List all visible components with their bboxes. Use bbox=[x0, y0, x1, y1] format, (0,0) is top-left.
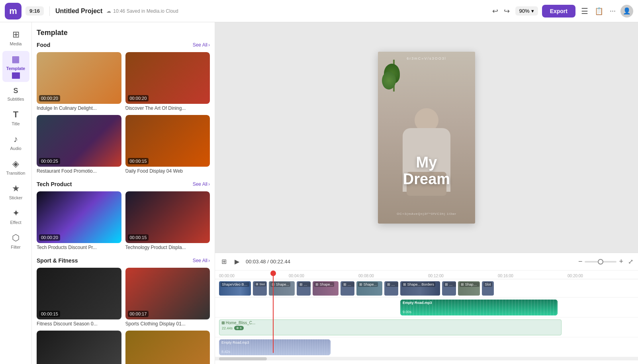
video-clip-9[interactable]: ⊞ Slot bbox=[442, 281, 456, 296]
sidebar-label-audio: Audio bbox=[10, 146, 21, 151]
card-duration: 00:00:17 bbox=[128, 311, 149, 317]
sidebar-item-media[interactable]: ⊞ Media bbox=[2, 26, 29, 49]
home-bliss-track: ⊞ Home_Bliss_C... 22.44s ⊕ 6 bbox=[215, 317, 638, 337]
video-track-row: ShapeVdeo Bord... ⊞ Slot ⊞ Shape... bbox=[215, 279, 638, 298]
sidebar-item-transition[interactable]: ◈ Transition bbox=[2, 156, 29, 179]
video-clip-4[interactable]: ⊞ Shape... bbox=[313, 281, 339, 296]
sidebar-label-template: Template bbox=[6, 66, 25, 71]
template-card-sport-1[interactable]: 00:00:17 Sports Clothing Display 01... bbox=[125, 268, 210, 327]
sidebar-item-filter[interactable]: ⬡ Filter bbox=[2, 230, 29, 253]
card-label: Indulge In Culinary Delight... bbox=[37, 105, 121, 111]
more-options-button[interactable]: ··· bbox=[608, 5, 617, 17]
timeline-layers-button[interactable]: ⊞ bbox=[220, 256, 228, 267]
card-thumb: 00:00:17 bbox=[125, 268, 210, 319]
ruler-mark-2: 00:08:00 bbox=[358, 274, 374, 278]
sidebar-item-effect[interactable]: ✦ Effect bbox=[2, 205, 29, 228]
zoom-slider[interactable] bbox=[585, 261, 616, 263]
tech-section-header: Tech Product See All › bbox=[37, 181, 210, 187]
sport-see-all[interactable]: See All › bbox=[193, 258, 210, 263]
aspect-ratio-badge[interactable]: 9:16 bbox=[25, 6, 44, 16]
sidebar-label-effect: Effect bbox=[10, 220, 22, 225]
template-card-food-0[interactable]: 00:00:20 Indulge In Culinary Delight... bbox=[37, 52, 121, 111]
title-icon: T bbox=[13, 109, 18, 120]
zoom-controls: − + bbox=[578, 257, 623, 266]
timeline-scrollbar[interactable] bbox=[215, 357, 638, 360]
sidebar-item-audio[interactable]: ♪ Audio bbox=[2, 131, 29, 154]
video-clip-3[interactable]: ⊞ Slot bbox=[297, 281, 311, 296]
sidebar-item-template[interactable]: ▦ Template bbox=[2, 51, 29, 82]
chevron-right-icon: › bbox=[208, 258, 210, 263]
video-clip-5[interactable]: ⊞ Slot bbox=[341, 281, 354, 296]
redo-button[interactable]: ↪ bbox=[502, 5, 511, 17]
food-section-header: Food See All › bbox=[37, 42, 210, 48]
clip-label: ⊞ Slot bbox=[444, 282, 456, 287]
video-clip-7[interactable]: ⊞ Slot bbox=[384, 281, 398, 296]
list-view-button[interactable]: ☰ bbox=[579, 5, 590, 18]
clip-label: ⊞ Slot bbox=[254, 282, 266, 286]
sidebar-item-title[interactable]: T Title bbox=[2, 106, 29, 129]
sidebar-label-media: Media bbox=[10, 41, 22, 46]
left-navigation: ⊞ Media ▦ Template S Subtitles T Title ♪… bbox=[0, 22, 32, 364]
ruler-mark-5: 00:20:00 bbox=[568, 274, 583, 278]
play-button[interactable]: ▶ bbox=[233, 256, 241, 267]
preview-area: 6r3mC=V/s3OO3l My Dream OC<3(mAveQn)3f"*… bbox=[215, 22, 638, 253]
scrollbar-thumb[interactable] bbox=[219, 357, 267, 360]
undo-redo-controls: ↩ ↪ bbox=[491, 5, 511, 17]
card-duration: 00:00:20 bbox=[128, 95, 149, 101]
clip-label: ShapeVdeo Bord... bbox=[221, 282, 249, 287]
project-title[interactable]: Untitled Project bbox=[55, 8, 102, 15]
zoom-slider-thumb[interactable] bbox=[598, 259, 603, 265]
media-icon: ⊞ bbox=[12, 29, 20, 40]
sport-section-header: Sport & Fitness See All › bbox=[37, 257, 210, 264]
sidebar-item-sticker[interactable]: ★ Sticker bbox=[2, 180, 29, 203]
video-clip-1[interactable]: ⊞ Slot bbox=[253, 281, 267, 296]
card-label: Tech Products Discount Pr... bbox=[37, 245, 121, 250]
template-card-sport-0[interactable]: 00:00:15 Fitness Discount Season 0... bbox=[37, 268, 121, 327]
app-logo[interactable]: m bbox=[5, 3, 22, 19]
audio-waveform-duration: 8.42s bbox=[221, 350, 230, 354]
preview-canvas[interactable]: 6r3mC=V/s3OO3l My Dream OC<3(mAveQn)3f"*… bbox=[378, 52, 475, 224]
timeline-tracks[interactable]: 00:00:00 00:04:00 00:08:00 00:12:00 00:1… bbox=[215, 271, 638, 364]
video-clip-11[interactable]: Slot bbox=[482, 281, 494, 296]
sidebar-item-subtitles[interactable]: S Subtitles bbox=[2, 84, 29, 105]
video-clip-8[interactable]: ⊞ Shape... Borders bbox=[400, 281, 440, 296]
audio-waveform-clip[interactable]: Empty Road.mp3 8.42s bbox=[219, 339, 331, 355]
card-thumb: 00:00:16 bbox=[37, 331, 121, 364]
chevron-down-icon: ▾ bbox=[531, 8, 534, 14]
timeline-body: 00:00:00 00:04:00 00:08:00 00:12:00 00:1… bbox=[215, 271, 638, 364]
tech-see-all[interactable]: See All › bbox=[193, 181, 210, 187]
template-card-tech-1[interactable]: 00:00:15 Technology Product Displa... bbox=[125, 191, 210, 250]
template-card-food-3[interactable]: 00:00:15 Daily Food Display 04 Web bbox=[125, 115, 210, 174]
avatar[interactable]: 👤 bbox=[620, 5, 633, 18]
document-button[interactable]: 📋 bbox=[593, 5, 605, 17]
food-see-all[interactable]: See All › bbox=[193, 42, 210, 48]
card-thumb: 00:00:15 bbox=[125, 191, 210, 243]
card-label: Technology Product Displa... bbox=[125, 245, 210, 250]
video-clip-6[interactable]: ⊞ Shape... bbox=[356, 281, 382, 296]
sidebar-label-title: Title bbox=[12, 121, 20, 126]
template-card-sport-3[interactable]: 00:00:15 Sports Equipment Display ... bbox=[125, 331, 210, 364]
card-thumb: 00:00:25 bbox=[37, 115, 121, 167]
expand-timeline-button[interactable]: ⤢ bbox=[628, 258, 633, 265]
zoom-in-button[interactable]: + bbox=[619, 257, 623, 266]
playhead[interactable] bbox=[273, 271, 274, 353]
template-card-food-2[interactable]: 00:00:25 Restaurant Food Promotio... bbox=[37, 115, 121, 174]
template-card-food-1[interactable]: 00:00:20 Discover The Art Of Dining... bbox=[125, 52, 210, 111]
clip-label: ⊞ Slot bbox=[386, 282, 398, 287]
card-duration: 00:00:15 bbox=[39, 311, 60, 317]
template-card-sport-2[interactable]: 00:00:16 Fitness Tutorial Show 05 W... bbox=[37, 331, 121, 364]
home-bliss-clip[interactable]: ⊞ Home_Bliss_C... 22.44s ⊕ 6 bbox=[219, 319, 562, 335]
clip-label: ⊞ Shape... bbox=[314, 282, 334, 287]
export-button[interactable]: Export bbox=[542, 5, 575, 18]
video-clip-0[interactable]: ShapeVdeo Bord... bbox=[219, 281, 251, 296]
audio-main-clip[interactable]: Empty Road.mp3 9.00s bbox=[400, 300, 558, 315]
card-label: Fitness Discount Season 0... bbox=[37, 321, 121, 327]
center-area: 6r3mC=V/s3OO3l My Dream OC<3(mAveQn)3f"*… bbox=[215, 22, 638, 364]
zoom-selector[interactable]: 90% ▾ bbox=[515, 6, 538, 16]
video-clip-10[interactable]: ⊞ Shape... bbox=[458, 281, 480, 296]
zoom-out-button[interactable]: − bbox=[578, 257, 583, 266]
card-thumb: 00:00:20 bbox=[125, 52, 210, 104]
template-card-tech-0[interactable]: 00:00:20 Tech Products Discount Pr... bbox=[37, 191, 121, 250]
current-time: 00:03.48 / 00:22.44 bbox=[246, 259, 290, 265]
undo-button[interactable]: ↩ bbox=[491, 5, 500, 17]
